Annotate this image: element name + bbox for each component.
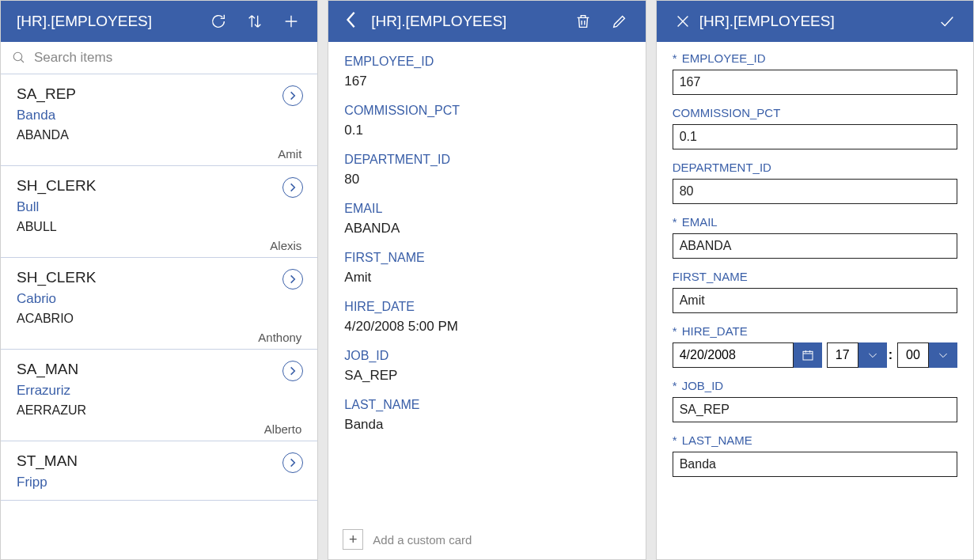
chevron-down-icon <box>937 349 949 361</box>
detail-chevron-button[interactable] <box>282 269 303 289</box>
list-panel: [HR].[EMPLOYEES] SA_REPBandaABANDAAmitSH… <box>0 0 318 560</box>
detail-field-label: EMAIL <box>344 202 629 216</box>
list-item-email: ABULL <box>17 220 301 234</box>
detail-field-value: 4/20/2008 5:00 PM <box>344 319 629 335</box>
detail-chevron-button[interactable] <box>282 177 303 198</box>
detail-panel: [HR].[EMPLOYEES] EMPLOYEE_ID167COMMISSIO… <box>328 0 646 560</box>
edit-field-employee-id: * EMPLOYEE_ID <box>673 51 957 95</box>
detail-field-value: 167 <box>344 74 629 89</box>
calendar-picker-button[interactable] <box>794 342 822 368</box>
hire-hour-input[interactable] <box>827 342 858 368</box>
hour-dropdown-button[interactable] <box>858 342 887 368</box>
sort-button[interactable] <box>240 6 270 36</box>
first-name-input[interactable] <box>673 288 957 313</box>
edit-field-job-id: * JOB_ID <box>673 379 957 422</box>
detail-field-value: 0.1 <box>344 123 629 138</box>
plus-icon <box>282 13 300 30</box>
list-item-job: ST_MAN <box>17 452 301 470</box>
email-input[interactable] <box>673 233 957 259</box>
list-item[interactable]: SA_MANErrazurizAERRAZURAlberto <box>1 350 317 441</box>
detail-field-value: 80 <box>344 172 629 187</box>
edit-field-last-name: * LAST_NAME <box>673 433 957 477</box>
chevron-right-icon <box>289 365 297 376</box>
detail-field-label: LAST_NAME <box>344 398 629 412</box>
edit-label: * JOB_ID <box>673 379 957 392</box>
last-name-input[interactable] <box>673 452 957 477</box>
detail-body: EMPLOYEE_ID167COMMISSION_PCT0.1DEPARTMEN… <box>328 42 645 526</box>
list-item-lastname: Errazuriz <box>17 383 301 399</box>
search-input[interactable] <box>34 50 306 66</box>
edit-field-department-id: DEPARTMENT_ID <box>673 161 957 204</box>
list-item-job: SH_CLERK <box>17 177 301 195</box>
time-colon: : <box>887 342 894 368</box>
add-custom-card-button[interactable]: + Add a custom card <box>328 526 645 559</box>
confirm-button[interactable] <box>932 6 962 36</box>
check-icon <box>938 13 956 30</box>
minute-dropdown-button[interactable] <box>929 342 957 368</box>
delete-button[interactable] <box>568 6 598 36</box>
detail-field-label: COMMISSION_PCT <box>344 104 629 118</box>
chevron-right-icon <box>289 182 297 193</box>
edit-button[interactable] <box>604 6 635 36</box>
detail-field: EMPLOYEE_ID167 <box>344 55 629 89</box>
detail-field-value: Amit <box>344 270 629 286</box>
calendar-icon <box>802 349 814 361</box>
department-id-input[interactable] <box>673 179 957 204</box>
list-item-lastname: Fripp <box>17 475 301 490</box>
edit-label: COMMISSION_PCT <box>673 106 957 119</box>
back-button[interactable] <box>344 9 360 34</box>
edit-label: DEPARTMENT_ID <box>673 161 957 174</box>
edit-field-commission-pct: COMMISSION_PCT <box>673 106 957 149</box>
chevron-right-icon <box>289 90 297 101</box>
employee-id-input[interactable] <box>673 70 957 95</box>
list-item-email: AERRAZUR <box>17 403 301 418</box>
detail-field: EMAILABANDA <box>344 202 629 236</box>
edit-panel: [HR].[EMPLOYEES] * EMPLOYEE_ID COMMISSIO… <box>656 0 974 560</box>
svg-rect-1 <box>803 351 813 360</box>
detail-field-value: ABANDA <box>344 221 629 236</box>
hire-minute-input[interactable] <box>897 342 929 368</box>
chevron-left-icon <box>344 9 357 31</box>
detail-field-label: EMPLOYEE_ID <box>344 55 629 69</box>
refresh-button[interactable] <box>203 6 233 36</box>
list-item-firstname: Alexis <box>17 239 301 252</box>
list-item[interactable]: SH_CLERKCabrioACABRIOAnthony <box>1 258 317 350</box>
search-bar <box>1 42 317 74</box>
list-item-lastname: Cabrio <box>17 291 301 307</box>
edit-header: [HR].[EMPLOYEES] <box>657 1 973 42</box>
list-item-job: SA_REP <box>17 85 301 103</box>
detail-field: COMMISSION_PCT0.1 <box>344 104 629 138</box>
job-id-input[interactable] <box>673 397 957 422</box>
add-button[interactable] <box>276 6 306 36</box>
detail-chevron-button[interactable] <box>282 361 303 381</box>
commission-pct-input[interactable] <box>673 124 957 149</box>
close-icon <box>674 13 692 30</box>
edit-field-email: * EMAIL <box>673 215 957 259</box>
sort-icon <box>246 13 263 30</box>
edit-field-first-name: FIRST_NAME <box>673 270 957 313</box>
detail-title: [HR].[EMPLOYEES] <box>371 13 561 30</box>
list-item[interactable]: ST_MANFripp <box>1 441 317 501</box>
detail-field: FIRST_NAMEAmit <box>344 251 629 286</box>
detail-field-label: DEPARTMENT_ID <box>344 153 629 167</box>
detail-chevron-button[interactable] <box>282 452 303 473</box>
hire-date-row: : <box>673 342 957 368</box>
list-item-job: SA_MAN <box>17 361 301 378</box>
cancel-button[interactable] <box>673 6 693 36</box>
list-item-lastname: Banda <box>17 108 301 123</box>
list-item[interactable]: SH_CLERKBullABULLAlexis <box>1 166 317 258</box>
edit-body: * EMPLOYEE_ID COMMISSION_PCT DEPARTMENT_… <box>657 42 973 559</box>
detail-field: HIRE_DATE4/20/2008 5:00 PM <box>344 300 629 335</box>
svg-point-0 <box>13 52 22 61</box>
search-icon <box>12 51 26 65</box>
list-title: [HR].[EMPLOYEES] <box>17 13 197 30</box>
edit-title: [HR].[EMPLOYEES] <box>699 13 926 30</box>
edit-label: * EMPLOYEE_ID <box>673 51 957 65</box>
list-item[interactable]: SA_REPBandaABANDAAmit <box>1 74 317 166</box>
detail-chevron-button[interactable] <box>282 85 303 106</box>
edit-label: * LAST_NAME <box>673 433 957 447</box>
detail-field-label: JOB_ID <box>344 349 629 363</box>
detail-field: DEPARTMENT_ID80 <box>344 153 629 187</box>
edit-label: * EMAIL <box>673 215 957 229</box>
hire-date-input[interactable] <box>673 342 794 368</box>
